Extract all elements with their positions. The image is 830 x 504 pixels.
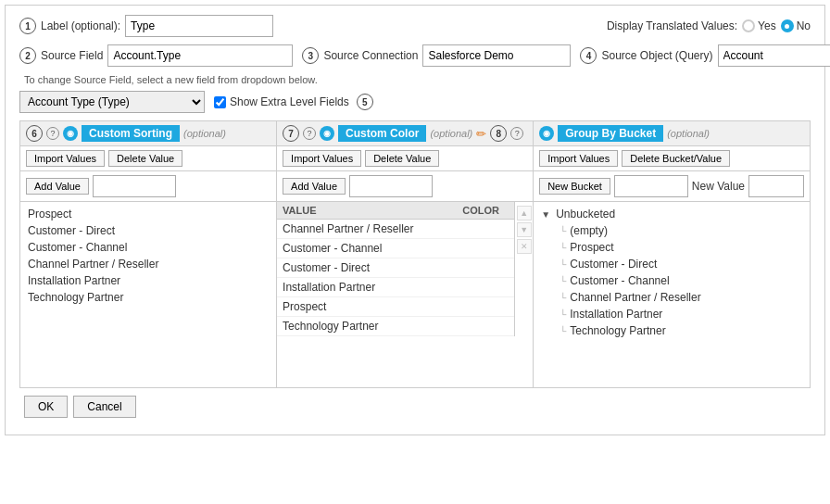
bucket-optional: (optional) bbox=[667, 128, 710, 139]
subitem-text: Prospect bbox=[570, 241, 613, 254]
list-item[interactable]: Installation Partner bbox=[20, 272, 276, 289]
col-value-header: VALUE bbox=[283, 205, 453, 216]
custom-sorting-toolbar: Import Values Delete Value bbox=[20, 146, 276, 171]
move-up-btn[interactable]: ▲ bbox=[517, 206, 532, 220]
sorting-import-btn[interactable]: Import Values bbox=[26, 150, 105, 167]
source-connection-input[interactable] bbox=[422, 44, 571, 67]
custom-sorting-title: Custom Sorting bbox=[82, 125, 180, 142]
bucket-subitem[interactable]: └Technology Partner bbox=[534, 322, 810, 339]
bucket-title: Group By Bucket bbox=[558, 125, 663, 142]
custom-sorting-optional: (optional) bbox=[183, 128, 226, 139]
circle-4: 4 bbox=[580, 47, 597, 64]
show-extra-checkbox[interactable] bbox=[214, 96, 226, 108]
move-down-btn[interactable]: ▼ bbox=[517, 222, 532, 237]
subitem-text: Customer - Direct bbox=[570, 258, 657, 271]
no-label: No bbox=[797, 19, 811, 32]
ok-button[interactable]: OK bbox=[24, 396, 68, 418]
bucket-expand-icon[interactable]: ▼ bbox=[541, 209, 552, 220]
color-list-item[interactable]: Channel Partner / Reseller bbox=[277, 220, 514, 239]
row-1: 1 Label (optional): Display Translated V… bbox=[19, 15, 811, 37]
yes-radio-circle bbox=[742, 19, 755, 32]
bottom-buttons: OK Cancel bbox=[19, 388, 811, 425]
label-input[interactable] bbox=[125, 15, 273, 37]
source-object-label: Source Object (Query) bbox=[601, 49, 712, 62]
color-table-header: VALUE COLOR bbox=[277, 202, 514, 220]
color-add-toolbar: Add Value bbox=[277, 171, 533, 202]
source-connection-label: Source Connection bbox=[323, 49, 418, 62]
color-list-container: VALUE COLOR Channel Partner / Reseller C… bbox=[277, 202, 514, 336]
sorting-delete-btn[interactable]: Delete Value bbox=[108, 150, 182, 167]
yes-label: Yes bbox=[758, 19, 776, 32]
yes-radio[interactable]: Yes bbox=[742, 19, 776, 32]
color-list-item[interactable]: Installation Partner bbox=[277, 278, 514, 297]
source-object-input[interactable] bbox=[718, 44, 831, 67]
display-translated-label: Display Translated Values: bbox=[607, 19, 737, 32]
field-dropdown[interactable]: Account Type (Type) bbox=[19, 91, 205, 113]
panels-row: 6 ? ◉ Custom Sorting (optional) Import V… bbox=[19, 120, 811, 388]
show-extra-group: Show Extra Level Fields 5 bbox=[214, 94, 373, 110]
custom-sorting-panel: 6 ? ◉ Custom Sorting (optional) Import V… bbox=[20, 121, 277, 387]
sorting-add-input[interactable] bbox=[93, 175, 176, 197]
circle-2: 2 bbox=[19, 47, 36, 64]
subitem-text: Technology Partner bbox=[570, 324, 665, 337]
unbucketed-item[interactable]: ▼ Unbucketed bbox=[534, 206, 810, 222]
bucket-toolbar: Import Values Delete Bucket/Value bbox=[534, 146, 810, 171]
cancel-button[interactable]: Cancel bbox=[73, 396, 135, 418]
source-field-input[interactable] bbox=[107, 44, 293, 67]
bucket-new-bucket-btn[interactable]: New Bucket bbox=[539, 178, 610, 195]
color-list-item[interactable]: Customer - Channel bbox=[277, 239, 514, 258]
color-blue-icon: ◉ bbox=[320, 126, 334, 141]
bucket-subitem[interactable]: └Customer - Direct bbox=[534, 256, 810, 272]
list-item[interactable]: Technology Partner bbox=[20, 289, 276, 306]
bucket-import-btn[interactable]: Import Values bbox=[539, 150, 618, 167]
sorting-list: Prospect Customer - Direct Customer - Ch… bbox=[20, 202, 276, 387]
bucket-subitem[interactable]: └(empty) bbox=[534, 222, 810, 239]
bucket-name-input[interactable] bbox=[614, 175, 688, 197]
list-item[interactable]: Channel Partner / Reseller bbox=[20, 256, 276, 272]
circle-5: 5 bbox=[357, 94, 373, 110]
source-field-group: 2 Source Field bbox=[19, 44, 293, 67]
subitem-text: (empty) bbox=[570, 224, 608, 237]
show-extra-label: Show Extra Level Fields bbox=[230, 95, 349, 108]
label-field-label: Label (optional): bbox=[41, 19, 120, 32]
bucket-subitem[interactable]: └Installation Partner bbox=[534, 306, 810, 322]
color-list-item[interactable]: Customer - Direct bbox=[277, 258, 514, 278]
subitem-text: Installation Partner bbox=[570, 308, 662, 321]
remove-btn[interactable]: ✕ bbox=[517, 239, 532, 254]
color-list-item[interactable]: Prospect bbox=[277, 297, 514, 317]
unbucketed-text: Unbucketed bbox=[552, 208, 615, 220]
sorting-add-toolbar: Add Value bbox=[20, 171, 276, 202]
no-radio[interactable]: No bbox=[781, 19, 811, 32]
display-translated-group: Display Translated Values: Yes No bbox=[607, 19, 811, 32]
custom-color-optional: (optional) bbox=[430, 128, 472, 139]
list-item[interactable]: Prospect bbox=[20, 206, 276, 222]
circle-3: 3 bbox=[302, 47, 319, 64]
row-2: 2 Source Field 3 Source Connection 4 Sou… bbox=[19, 44, 811, 67]
color-panel-side: ▲ ▼ ✕ bbox=[514, 202, 533, 336]
color-list-item[interactable]: Technology Partner bbox=[277, 317, 514, 336]
source-field-label: Source Field bbox=[41, 49, 103, 62]
bucket-value-input[interactable] bbox=[748, 175, 804, 197]
list-item[interactable]: Customer - Channel bbox=[20, 239, 276, 256]
group-by-bucket-panel: ◉ Group By Bucket (optional) Import Valu… bbox=[534, 121, 810, 387]
question-icon-8[interactable]: ? bbox=[510, 127, 523, 140]
sorting-add-btn[interactable]: Add Value bbox=[26, 178, 89, 195]
bucket-delete-btn[interactable]: Delete Bucket/Value bbox=[622, 150, 730, 167]
source-connection-group: 3 Source Connection bbox=[302, 44, 571, 67]
color-add-input[interactable] bbox=[349, 175, 433, 197]
bucket-subitem[interactable]: └Channel Partner / Reseller bbox=[534, 289, 810, 306]
circle-1: 1 bbox=[19, 18, 36, 34]
subitem-text: Channel Partner / Reseller bbox=[570, 291, 700, 304]
circle-8: 8 bbox=[490, 125, 507, 142]
question-icon-7[interactable]: ? bbox=[303, 127, 316, 140]
no-radio-circle bbox=[781, 19, 794, 32]
custom-color-title: Custom Color bbox=[338, 125, 426, 142]
color-delete-btn[interactable]: Delete Value bbox=[365, 150, 439, 167]
question-icon-6[interactable]: ? bbox=[46, 127, 59, 140]
color-import-btn[interactable]: Import Values bbox=[283, 150, 361, 167]
new-value-label: New Value bbox=[692, 180, 745, 193]
bucket-subitem[interactable]: └Customer - Channel bbox=[534, 272, 810, 289]
list-item[interactable]: Customer - Direct bbox=[20, 222, 276, 239]
color-add-btn[interactable]: Add Value bbox=[283, 178, 346, 195]
bucket-subitem[interactable]: └Prospect bbox=[534, 239, 810, 256]
